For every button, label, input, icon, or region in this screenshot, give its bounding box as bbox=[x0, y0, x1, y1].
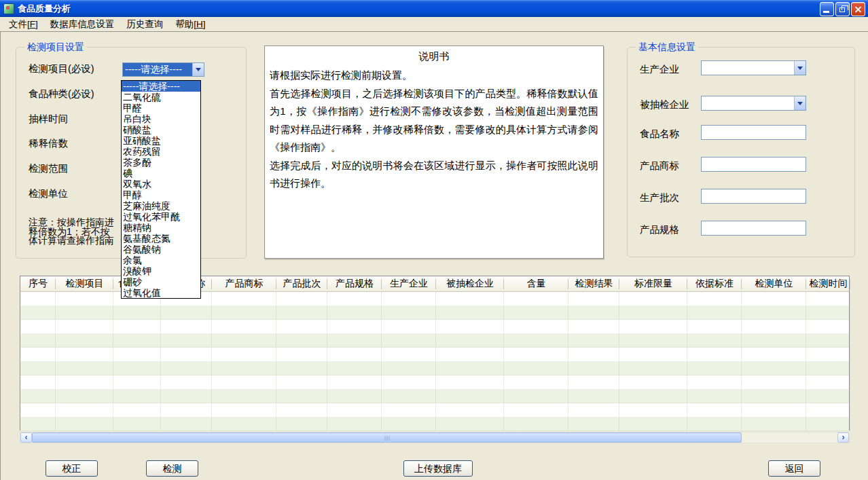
scrollbar-thumb[interactable] bbox=[32, 432, 742, 443]
table-cell bbox=[56, 306, 113, 320]
table-cell bbox=[327, 375, 382, 390]
table-cell bbox=[161, 362, 212, 376]
detect-button[interactable]: 检测 bbox=[146, 460, 198, 477]
dropdown-option[interactable]: 硝酸盐 bbox=[122, 124, 200, 135]
product-brand-input[interactable] bbox=[701, 157, 806, 172]
dropdown-option[interactable]: 过氧化苯甲酰 bbox=[122, 211, 200, 222]
table-cell bbox=[742, 362, 806, 376]
table-cell bbox=[327, 418, 382, 432]
menu-item[interactable]: 文件[F] bbox=[3, 17, 44, 32]
table-cell bbox=[568, 320, 619, 334]
chevron-down-icon[interactable] bbox=[192, 63, 204, 76]
column-header[interactable]: 产品批次 bbox=[276, 276, 327, 291]
table-cell bbox=[504, 348, 568, 362]
batch-input[interactable] bbox=[701, 189, 806, 204]
menu-item[interactable]: 历史查询 bbox=[120, 17, 169, 32]
producer-combobox-value bbox=[702, 61, 794, 75]
table-cell bbox=[436, 320, 504, 334]
column-header[interactable]: 检测项目 bbox=[56, 276, 113, 291]
dropdown-option[interactable]: 甲醇 bbox=[122, 189, 200, 200]
table-cell bbox=[20, 390, 56, 404]
batch-label: 生产批次 bbox=[640, 191, 679, 204]
minimize-button[interactable] bbox=[820, 2, 834, 16]
column-header[interactable]: 检测单位 bbox=[742, 276, 806, 291]
dropdown-option[interactable]: 氨基酸态氮 bbox=[122, 233, 200, 244]
dropdown-option[interactable]: 茶多酚 bbox=[122, 157, 200, 168]
chevron-down-icon[interactable] bbox=[794, 96, 806, 110]
dropdown-option[interactable]: 二氧化硫 bbox=[122, 92, 200, 103]
column-header[interactable]: 产品商标 bbox=[212, 276, 276, 291]
dropdown-option[interactable]: 硼砂 bbox=[122, 276, 200, 287]
column-header[interactable]: 被抽检企业 bbox=[436, 276, 504, 291]
column-header[interactable]: 序号 bbox=[20, 276, 56, 291]
food-name-label: 食品名称 bbox=[640, 128, 679, 141]
dropdown-option[interactable]: 芝麻油纯度 bbox=[122, 200, 200, 211]
table-cell bbox=[504, 375, 568, 390]
table-cell bbox=[20, 403, 56, 418]
dropdown-option[interactable]: 糖精钠 bbox=[122, 222, 200, 233]
scrollbar-track[interactable] bbox=[32, 432, 837, 443]
table-cell bbox=[56, 375, 113, 390]
table-cell bbox=[382, 320, 436, 334]
dropdown-option[interactable]: 甲醛 bbox=[122, 103, 200, 113]
table-cell bbox=[436, 306, 504, 320]
back-button[interactable]: 返回 bbox=[768, 460, 820, 477]
dropdown-option[interactable]: 丙二醛 bbox=[122, 298, 200, 299]
producer-combobox[interactable] bbox=[701, 60, 806, 75]
dropdown-option[interactable]: 过氧化值 bbox=[122, 287, 200, 298]
calibrate-button[interactable]: 校正 bbox=[46, 460, 98, 477]
table-row bbox=[20, 306, 849, 320]
menu-item[interactable]: 数据库信息设置 bbox=[44, 17, 121, 32]
chevron-down-icon[interactable] bbox=[794, 61, 806, 75]
scroll-left-icon[interactable]: ‹ bbox=[20, 432, 32, 443]
food-name-input[interactable] bbox=[701, 125, 806, 140]
sampled-company-combobox[interactable] bbox=[701, 96, 806, 111]
dropdown-option[interactable]: 谷氨酸钠 bbox=[122, 244, 200, 255]
table-cell bbox=[806, 306, 850, 320]
table-cell bbox=[56, 292, 113, 306]
restore-button[interactable] bbox=[835, 2, 850, 16]
table-cell bbox=[20, 362, 56, 376]
scroll-right-icon[interactable]: › bbox=[837, 432, 849, 443]
table-cell bbox=[161, 418, 212, 432]
detect-item-combobox[interactable]: -----请选择---- bbox=[122, 62, 204, 77]
column-header[interactable]: 依据标准 bbox=[687, 276, 742, 291]
dropdown-option[interactable]: 溴酸钾 bbox=[122, 265, 200, 276]
horizontal-scrollbar[interactable]: ‹ › bbox=[20, 432, 850, 443]
column-header[interactable]: 检测时间 bbox=[806, 276, 850, 291]
column-header[interactable]: 检测结果 bbox=[568, 276, 619, 291]
menu-item[interactable]: 帮助[H] bbox=[169, 17, 211, 32]
table-cell bbox=[161, 348, 212, 362]
product-spec-input[interactable] bbox=[701, 221, 806, 236]
dropdown-option[interactable]: 亚硝酸盐 bbox=[122, 135, 200, 146]
dropdown-option[interactable]: 碘 bbox=[122, 168, 200, 179]
dropdown-option[interactable]: 余氯 bbox=[122, 255, 200, 265]
table-cell bbox=[56, 362, 113, 376]
column-header[interactable]: 生产企业 bbox=[382, 276, 436, 291]
close-button[interactable] bbox=[851, 2, 865, 16]
table-row bbox=[20, 362, 849, 376]
scrollbar-grip-icon bbox=[384, 436, 389, 441]
upload-db-button[interactable]: 上传数据库 bbox=[403, 460, 473, 477]
column-header[interactable]: 标准限量 bbox=[619, 276, 687, 291]
table-row bbox=[20, 403, 849, 418]
dropdown-option[interactable]: 吊白块 bbox=[122, 113, 200, 124]
table-cell bbox=[20, 306, 56, 320]
minimize-icon bbox=[823, 11, 829, 13]
table-cell bbox=[161, 320, 212, 334]
table-cell bbox=[504, 362, 568, 376]
table-cell bbox=[20, 292, 56, 306]
table-cell bbox=[687, 375, 742, 390]
dropdown-option[interactable]: 双氧水 bbox=[122, 179, 200, 189]
table-row bbox=[20, 375, 849, 390]
table-cell bbox=[687, 320, 742, 334]
basic-info-group: 基本信息设置 生产企业 被抽检企业 食品名称 产品商标 生产批次 产品规格 bbox=[627, 47, 855, 257]
dropdown-option[interactable]: 农药残留 bbox=[122, 146, 200, 157]
instruction-paragraph: 选择完成后，对应的说明书将会在该区域进行显示，操作者可按照此说明书进行操作。 bbox=[270, 157, 598, 193]
menu-bar: 文件[F]数据库信息设置历史查询帮助[H] bbox=[0, 17, 868, 31]
column-header[interactable]: 含量 bbox=[504, 276, 568, 291]
table-cell bbox=[568, 348, 619, 362]
table-cell bbox=[56, 320, 113, 334]
column-header[interactable]: 产品规格 bbox=[327, 276, 382, 291]
dropdown-option[interactable]: -----请选择---- bbox=[122, 81, 200, 92]
